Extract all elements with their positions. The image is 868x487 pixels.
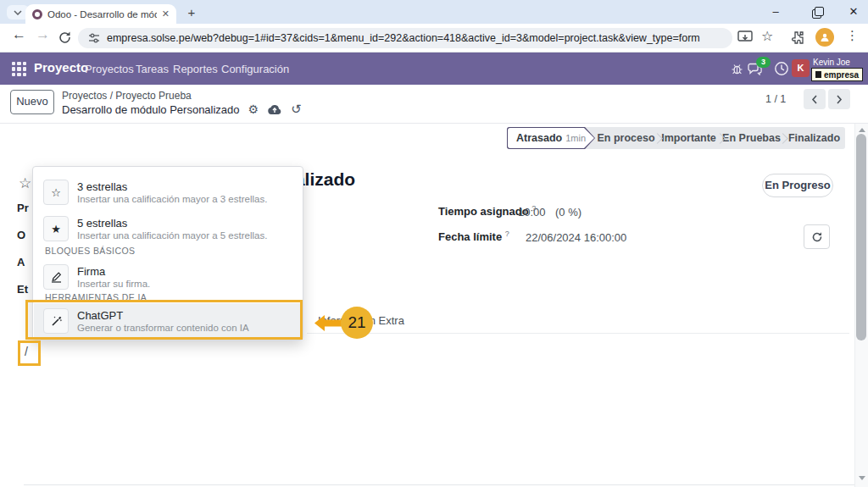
scroll-up-arrow-icon[interactable] bbox=[859, 128, 865, 132]
powerbox-item-desc: Insertar una calificación mayor a 3 estr… bbox=[77, 193, 267, 205]
pager-next-button[interactable] bbox=[828, 89, 850, 109]
magic-wand-icon bbox=[43, 308, 69, 334]
messages-count-badge: 3 bbox=[756, 57, 771, 68]
url-bar[interactable]: empresa.solse.pe/web?debug=1#id=37&cids=… bbox=[78, 28, 732, 48]
field-label-fragment: Et bbox=[17, 283, 28, 296]
gear-icon[interactable]: ⚙ bbox=[248, 102, 259, 116]
allocated-time-percent: (0 %) bbox=[555, 206, 581, 219]
person-icon bbox=[820, 32, 830, 42]
clock-icon bbox=[774, 61, 789, 76]
help-icon: ? bbox=[505, 230, 509, 238]
powerbox-item-firma[interactable]: Firma Insertar su firma. bbox=[33, 260, 303, 294]
stage-finalizado[interactable]: Finalizado bbox=[783, 127, 845, 149]
powerbox-item-5-estrellas[interactable]: ★ 5 estrellas Insertar una calificación … bbox=[33, 212, 303, 246]
powerbox-dropdown: ☆ 3 estrellas Insertar una calificación … bbox=[32, 166, 303, 340]
puzzle-icon bbox=[790, 30, 804, 45]
install-app-button[interactable] bbox=[737, 30, 753, 47]
field-label-fragment: Pr bbox=[17, 202, 29, 214]
deadline-label: Fecha límite ? bbox=[438, 230, 509, 243]
stage-en-pruebas[interactable]: En Pruebas bbox=[721, 127, 782, 149]
user-avatar[interactable]: K bbox=[792, 59, 810, 77]
tab-informacion-extra[interactable]: Información Extra bbox=[318, 314, 404, 327]
scroll-down-arrow-icon[interactable] bbox=[859, 476, 865, 480]
install-icon bbox=[737, 30, 753, 44]
stage-atrasado[interactable]: Atrasado 1min bbox=[507, 127, 595, 149]
editor-slash-text[interactable]: / bbox=[25, 345, 28, 358]
restore-icon bbox=[812, 9, 821, 19]
undo-icon[interactable]: ↺ bbox=[291, 102, 302, 117]
debug-bug-button[interactable] bbox=[731, 63, 743, 79]
user-name[interactable]: Kevin Joe bbox=[813, 58, 850, 67]
bug-icon bbox=[731, 63, 743, 75]
sheet-bottom-divider bbox=[24, 484, 854, 485]
new-record-button[interactable]: Nuevo bbox=[10, 90, 54, 114]
allocated-time-value[interactable]: 10:00 bbox=[518, 206, 546, 219]
reload-button[interactable] bbox=[58, 30, 72, 48]
stage-importante[interactable]: Importante bbox=[658, 127, 720, 149]
powerbox-item-title: 5 estrellas bbox=[77, 217, 267, 230]
kanban-state-button[interactable]: En Progreso bbox=[762, 174, 833, 197]
chevron-left-icon bbox=[811, 95, 818, 104]
activities-button[interactable] bbox=[774, 61, 789, 80]
app-name[interactable]: Proyecto bbox=[34, 60, 88, 75]
annotation-rect-slash bbox=[18, 340, 41, 366]
bookmark-star-icon[interactable]: ☆ bbox=[761, 28, 773, 44]
powerbox-item-desc: Insertar su firma. bbox=[77, 278, 150, 290]
window-close-button[interactable]: ✕ bbox=[841, 3, 866, 21]
tab-title: Odoo - Desarrollo de módulo P bbox=[47, 9, 157, 19]
powerbox-section-basic-blocks: BLOQUES BÁSICOS bbox=[45, 246, 135, 256]
window-titlebar: Odoo - Desarrollo de módulo P ✕ + – ✕ bbox=[0, 0, 868, 24]
powerbox-item-desc: Generar o transformar contenido con IA bbox=[77, 322, 249, 334]
powerbox-item-title: ChatGPT bbox=[77, 309, 249, 322]
window-restore-button[interactable] bbox=[804, 3, 829, 21]
cloud-save-icon[interactable] bbox=[267, 104, 282, 115]
menu-reportes[interactable]: Reportes bbox=[173, 63, 218, 75]
browser-tab[interactable]: Odoo - Desarrollo de módulo P ✕ bbox=[25, 4, 176, 24]
breadcrumb-record-name: Desarrollo de módulo Personalizado bbox=[62, 103, 240, 116]
url-text: empresa.solse.pe/web?debug=1#id=37&cids=… bbox=[107, 32, 700, 44]
breadcrumb-record-row: Desarrollo de módulo Personalizado ⚙ ↺ bbox=[62, 102, 302, 117]
tab-close-icon[interactable]: ✕ bbox=[162, 8, 170, 19]
deadline-value[interactable]: 22/06/2024 16:00:00 bbox=[526, 231, 626, 244]
priority-star-icon[interactable]: ☆ bbox=[19, 174, 31, 192]
stage-statusbar: Atrasado 1min En proceso Importante En P… bbox=[507, 127, 845, 149]
pager-previous-button[interactable] bbox=[804, 89, 826, 109]
stage-en-proceso[interactable]: En proceso bbox=[595, 127, 657, 149]
extensions-button[interactable] bbox=[790, 30, 804, 48]
menu-configuracion[interactable]: Configuración bbox=[221, 63, 289, 75]
reload-icon bbox=[58, 30, 72, 45]
refresh-button[interactable] bbox=[804, 224, 830, 249]
odoo-favicon-icon bbox=[32, 9, 42, 19]
company-name: empresa bbox=[824, 70, 859, 80]
menu-tareas[interactable]: Tareas bbox=[136, 63, 169, 75]
building-icon bbox=[815, 71, 821, 78]
back-button[interactable]: ← bbox=[12, 26, 26, 43]
notebook-divider bbox=[307, 333, 849, 334]
pager-value: 1 / 1 bbox=[765, 93, 786, 105]
browser-menu-button[interactable]: ⋮ bbox=[846, 28, 859, 43]
powerbox-item-title: 3 estrellas bbox=[77, 180, 267, 193]
powerbox-item-title: Firma bbox=[77, 265, 150, 278]
menu-proyectos[interactable]: Proyectos bbox=[85, 63, 134, 75]
screen: Odoo - Desarrollo de módulo P ✕ + – ✕ ← … bbox=[0, 0, 868, 487]
scrollbar-thumb[interactable] bbox=[856, 134, 866, 340]
powerbox-item-chatgpt[interactable]: ChatGPT Generar o transformar contenido … bbox=[33, 304, 303, 338]
refresh-icon bbox=[811, 231, 823, 243]
chevron-down-icon bbox=[14, 10, 22, 15]
powerbox-item-3-estrellas[interactable]: ☆ 3 estrellas Insertar una calificación … bbox=[33, 175, 303, 209]
forward-button[interactable]: → bbox=[36, 26, 50, 43]
powerbox-section-ai-tools: HERRAMIENTAS DE IA bbox=[45, 292, 147, 302]
browser-profile-avatar[interactable] bbox=[815, 28, 834, 47]
company-badge: empresa bbox=[811, 68, 863, 81]
stage-active-label: Atrasado bbox=[516, 132, 562, 144]
powerbox-item-desc: Insertar una calificación mayor a 5 estr… bbox=[77, 230, 267, 241]
window-minimize-button[interactable]: – bbox=[763, 3, 788, 21]
apps-menu-icon[interactable] bbox=[12, 62, 26, 76]
chevron-right-icon bbox=[836, 95, 843, 104]
new-tab-button[interactable]: + bbox=[183, 5, 200, 20]
breadcrumb[interactable]: Proyectos / Proyecto Prueba bbox=[62, 90, 192, 102]
signature-icon bbox=[43, 264, 69, 290]
stage-timer: 1min bbox=[565, 133, 586, 143]
field-label-fragment: A bbox=[17, 256, 25, 268]
field-label-fragment: O bbox=[17, 229, 25, 241]
